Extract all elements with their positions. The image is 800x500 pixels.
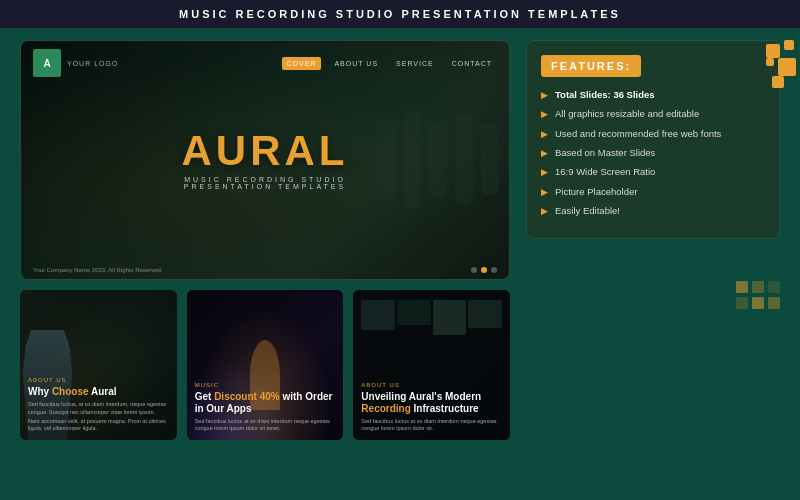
card2-content: MUSIC Get Discount 40% with Order in Our… [187, 374, 344, 440]
dot-3[interactable] [491, 267, 497, 273]
feature-bold-1: Total Slides: 36 Slides [555, 89, 655, 100]
feature-arrow-4: ▶ [541, 148, 548, 158]
slide-brand-title: AURAL [143, 130, 387, 172]
slide-pagination [471, 267, 497, 273]
card1-text: Sed faucibus luctus, at ex diam interdum… [28, 401, 169, 415]
deco-b1 [736, 281, 748, 293]
card1-text2: Nam accumsan velit, at posuere magna. Pr… [28, 418, 169, 432]
card2-title: Get Discount 40% with Order in Our Apps [195, 391, 336, 415]
equipment-visual [353, 300, 510, 335]
feature-arrow-1: ▶ [541, 90, 548, 100]
feature-text-3: Used and recommended free web fonts [555, 128, 721, 140]
slide-logo: A [33, 49, 61, 77]
card2-tag: MUSIC [195, 382, 336, 388]
feature-item-2: ▶ All graphics resizable and editable [541, 108, 765, 120]
feature-arrow-7: ▶ [541, 206, 548, 216]
card3-title: Unveiling Aural's Modern Recording Infra… [361, 391, 502, 415]
top-banner: MUSIC RECORDING STUDIO PRESENTATION TEMP… [0, 0, 800, 28]
banner-title: MUSIC RECORDING STUDIO PRESENTATION TEMP… [179, 8, 621, 20]
card3-tag: ABOUT US [361, 382, 502, 388]
deco-sq-1 [766, 44, 780, 58]
features-header: FEATURES: [541, 55, 641, 77]
feature-text-6: Picture Placeholder [555, 186, 637, 198]
deco-b6 [768, 297, 780, 309]
dot-2[interactable] [481, 267, 487, 273]
preview-card-3[interactable]: ABOUT US Unveiling Aural's Modern Record… [353, 290, 510, 440]
feature-text-5: 16:9 Wide Screen Ratio [555, 166, 655, 178]
feature-item-7: ▶ Easily Editable! [541, 205, 765, 217]
card3-highlight: Recording [361, 403, 410, 414]
card2-highlight: Discount 40% [214, 391, 280, 402]
main-preview-slide[interactable]: A YOUR LOGO COVER ABOUT US SERVICE CONTA… [20, 40, 510, 280]
slide-nav-links: COVER ABOUT US SERVICE CONTACT [282, 57, 497, 70]
bottom-deco-grid [736, 281, 780, 309]
deco-sq-5 [772, 76, 784, 88]
feature-item-6: ▶ Picture Placeholder [541, 186, 765, 198]
feature-arrow-5: ▶ [541, 167, 548, 177]
slide-logo-text: YOUR LOGO [67, 60, 118, 67]
card1-content: ABOUT US Why Choose Aural Sed faucibus l… [20, 369, 177, 440]
slide-content: AURAL MUSIC RECORDING STUDIO PRESENTATIO… [143, 130, 387, 190]
feature-text-7: Easily Editable! [555, 205, 620, 217]
preview-card-2[interactable]: MUSIC Get Discount 40% with Order in Our… [187, 290, 344, 440]
deco-b3 [768, 281, 780, 293]
card1-title: Why Choose Aural [28, 386, 169, 398]
slide-footer: Your Company Name 2023, All Rights Reser… [21, 267, 509, 273]
feature-arrow-3: ▶ [541, 129, 548, 139]
main-container: A YOUR LOGO COVER ABOUT US SERVICE CONTA… [0, 28, 800, 492]
preview-card-1[interactable]: ABOUT US Why Choose Aural Sed faucibus l… [20, 290, 177, 440]
feature-item-1: ▶ Total Slides: 36 Slides [541, 89, 765, 101]
feature-text-1: Total Slides: 36 Slides [555, 89, 655, 101]
deco-sq-3 [778, 58, 796, 76]
deco-b2 [752, 281, 764, 293]
feature-arrow-6: ▶ [541, 187, 548, 197]
decorative-squares [740, 36, 800, 96]
feature-item-3: ▶ Used and recommended free web fonts [541, 128, 765, 140]
card1-tag: ABOUT US [28, 377, 169, 383]
preview-cards: ABOUT US Why Choose Aural Sed faucibus l… [20, 290, 510, 440]
deco-sq-2 [784, 40, 794, 50]
nav-cover[interactable]: COVER [282, 57, 322, 70]
right-side: FEATURES: ▶ Total Slides: 36 Slides ▶ Al… [526, 40, 780, 480]
feature-text-4: Based on Master Slides [555, 147, 655, 159]
card1-highlight: Choose [52, 386, 89, 397]
deco-sq-4 [766, 58, 774, 66]
nav-about[interactable]: ABOUT US [329, 57, 383, 70]
card3-content: ABOUT US Unveiling Aural's Modern Record… [353, 374, 510, 440]
bottom-deco-area [526, 249, 780, 309]
nav-contact[interactable]: CONTACT [447, 57, 497, 70]
slide-nav: A YOUR LOGO COVER ABOUT US SERVICE CONTA… [21, 49, 509, 77]
feature-text-2: All graphics resizable and editable [555, 108, 699, 120]
slide-copyright: Your Company Name 2023, All Rights Reser… [33, 267, 163, 273]
card2-text: Sed faucibus luctus at ex diam interdum … [195, 418, 336, 432]
deco-b4 [736, 297, 748, 309]
dot-1[interactable] [471, 267, 477, 273]
feature-item-4: ▶ Based on Master Slides [541, 147, 765, 159]
left-side: A YOUR LOGO COVER ABOUT US SERVICE CONTA… [20, 40, 510, 480]
feature-arrow-2: ▶ [541, 109, 548, 119]
slide-subtitle: MUSIC RECORDING STUDIO PRESENTATION TEMP… [143, 176, 387, 190]
deco-b5 [752, 297, 764, 309]
feature-item-5: ▶ 16:9 Wide Screen Ratio [541, 166, 765, 178]
card3-text: Sed faucibus luctus at ex diam interdum … [361, 418, 502, 432]
nav-service[interactable]: SERVICE [391, 57, 439, 70]
